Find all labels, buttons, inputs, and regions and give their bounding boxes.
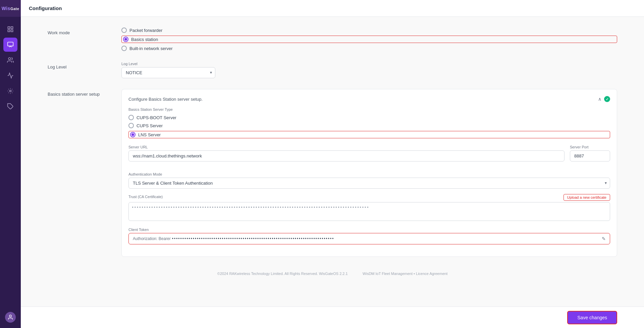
- sidebar-bottom: [5, 312, 16, 328]
- log-level-label-col: Log Level: [48, 62, 121, 70]
- server-port-label: Server Port: [570, 145, 610, 149]
- basics-station-label: Basics station: [131, 37, 158, 42]
- sidebar-item-plugins[interactable]: [3, 99, 17, 113]
- lns-radio[interactable]: [130, 132, 136, 137]
- radio-packet-forwarder[interactable]: Packet forwarder: [121, 28, 617, 33]
- svg-point-5: [8, 58, 11, 60]
- basics-station-radio[interactable]: [123, 37, 128, 42]
- sidebar-nav: [0, 19, 21, 312]
- token-prefix: Authorization: Bearer: [133, 236, 171, 241]
- auth-mode-select[interactable]: TLS Server & Client Token Authentication…: [128, 178, 610, 189]
- footer-separator: •: [414, 272, 416, 276]
- station-card-actions: ∧: [598, 96, 610, 102]
- sidebar-item-settings[interactable]: [3, 84, 17, 98]
- trust-cert-section: Trust (CA Certificate) Upload a new cert…: [128, 194, 610, 222]
- footer-link-licence[interactable]: Licence Agreement: [416, 272, 447, 276]
- svg-point-6: [10, 90, 11, 92]
- svg-rect-1: [11, 27, 13, 29]
- log-level-row: Log Level Log Level NOTICE DEBUG INFO WA…: [48, 62, 617, 78]
- server-port-group: Server Port: [570, 145, 610, 161]
- token-value: ••••••••••••••••••••••••••••••••••••••••…: [172, 236, 602, 241]
- builtin-network-label: Built-in network server: [129, 46, 173, 51]
- footer-links: WisDM IoT Fleet Management • Licence Agr…: [363, 272, 447, 276]
- trust-cert-header: Trust (CA Certificate) Upload a new cert…: [128, 194, 610, 201]
- svg-point-8: [9, 315, 11, 317]
- client-token-wrapper: Authorization: Bearer ••••••••••••••••••…: [128, 233, 610, 244]
- collapse-icon[interactable]: ∧: [598, 96, 601, 102]
- basics-station-row: Basics station server setup Configure Ba…: [48, 89, 617, 257]
- trust-cert-textarea[interactable]: ••••••••••••••••••••••••••••••••••••••••…: [128, 202, 610, 221]
- copyright-text: ©2024 RAKwireless Technology Limited. Al…: [217, 272, 348, 276]
- client-token-group: Client Token Authorization: Bearer •••••…: [128, 228, 610, 244]
- footer-link-wisdm[interactable]: WisDM IoT Fleet Management: [363, 272, 413, 276]
- content-area: Work mode Packet forwarder Basics statio…: [21, 17, 644, 307]
- radio-basics-station[interactable]: Basics station: [121, 36, 617, 43]
- trust-cert-label: Trust (CA Certificate): [128, 195, 163, 199]
- server-type-label: Basics Station Server Type: [128, 107, 610, 111]
- status-indicator: [604, 96, 610, 102]
- app-logo: WisGate: [0, 0, 21, 17]
- packet-forwarder-radio[interactable]: [121, 28, 127, 33]
- cups-radio[interactable]: [128, 123, 134, 128]
- svg-rect-2: [11, 30, 13, 32]
- radio-builtin-network[interactable]: Built-in network server: [121, 46, 617, 51]
- work-mode-row: Work mode Packet forwarder Basics statio…: [48, 28, 617, 51]
- lns-label: LNS Server: [138, 132, 161, 137]
- radio-lns[interactable]: LNS Server: [128, 131, 610, 138]
- action-bar: Save changes: [21, 307, 644, 328]
- cups-boot-label: CUPS-BOOT Server: [137, 115, 176, 120]
- basics-station-controls: Configure Basics Station server setup. ∧…: [121, 89, 617, 257]
- cups-label: CUPS Server: [137, 123, 163, 128]
- work-mode-controls: Packet forwarder Basics station Built-in…: [121, 28, 617, 51]
- logo-text: WisGate: [2, 6, 19, 11]
- avatar[interactable]: [5, 312, 16, 323]
- top-header: Configuration: [21, 0, 644, 17]
- work-mode-label: Work mode: [48, 30, 70, 35]
- log-level-controls: Log Level NOTICE DEBUG INFO WARNING ERRO…: [121, 62, 617, 78]
- auth-mode-label: Authentication Mode: [128, 172, 610, 176]
- cups-boot-radio[interactable]: [128, 115, 134, 120]
- content-footer: ©2024 RAKwireless Technology Limited. Al…: [48, 270, 617, 276]
- basics-station-section-label: Basics station server setup: [48, 92, 100, 97]
- radio-cups[interactable]: CUPS Server: [128, 123, 610, 128]
- server-port-input[interactable]: [570, 150, 610, 161]
- auth-mode-group: Authentication Mode TLS Server & Client …: [128, 172, 610, 189]
- sidebar: WisGate: [0, 0, 21, 328]
- basics-station-label-col: Basics station server setup: [48, 89, 121, 97]
- station-card-header: Configure Basics Station server setup. ∧: [128, 96, 610, 102]
- token-edit-icon[interactable]: ✎: [602, 236, 606, 241]
- svg-rect-4: [8, 42, 13, 46]
- log-level-field-label: Log Level: [121, 62, 215, 66]
- server-url-label: Server URL: [128, 145, 565, 149]
- svg-rect-0: [8, 27, 10, 29]
- svg-rect-3: [8, 30, 10, 32]
- work-mode-label-col: Work mode: [48, 28, 121, 36]
- station-card: Configure Basics Station server setup. ∧…: [121, 89, 617, 257]
- sidebar-item-analytics[interactable]: [3, 68, 17, 83]
- server-type-group: CUPS-BOOT Server CUPS Server LNS Server: [128, 115, 610, 138]
- radio-cups-boot[interactable]: CUPS-BOOT Server: [128, 115, 610, 120]
- server-url-input[interactable]: [128, 150, 565, 161]
- builtin-network-radio[interactable]: [121, 46, 127, 51]
- main-panel: Configuration Work mode Packet forwarder…: [21, 0, 644, 328]
- server-url-group: Server URL: [128, 145, 565, 161]
- page-title: Configuration: [29, 5, 62, 11]
- upload-cert-button[interactable]: Upload a new certificate: [564, 194, 610, 201]
- log-level-label: Log Level: [48, 64, 66, 69]
- work-mode-radio-group: Packet forwarder Basics station Built-in…: [121, 28, 617, 51]
- server-url-port-row: Server URL Server Port: [128, 145, 610, 167]
- log-level-select[interactable]: NOTICE DEBUG INFO WARNING ERROR: [121, 67, 215, 78]
- log-level-select-wrapper: Log Level NOTICE DEBUG INFO WARNING ERRO…: [121, 62, 215, 78]
- save-changes-button[interactable]: Save changes: [567, 311, 617, 324]
- sidebar-item-dashboard[interactable]: [3, 22, 17, 36]
- station-card-title: Configure Basics Station server setup.: [128, 97, 203, 102]
- sidebar-item-configuration[interactable]: [3, 38, 17, 52]
- packet-forwarder-label: Packet forwarder: [129, 28, 162, 33]
- sidebar-item-users[interactable]: [3, 53, 17, 67]
- client-token-label: Client Token: [128, 228, 610, 232]
